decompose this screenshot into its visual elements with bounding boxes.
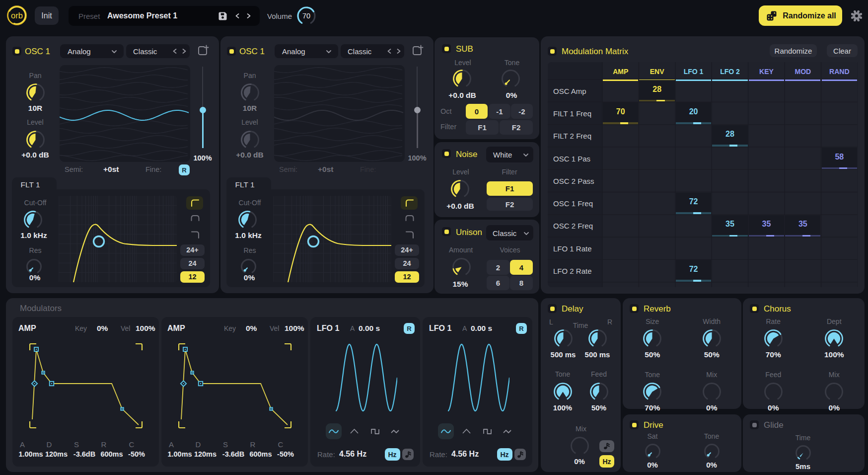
svg-text:orb: orb <box>11 11 23 20</box>
svg-text:70: 70 <box>302 12 310 20</box>
